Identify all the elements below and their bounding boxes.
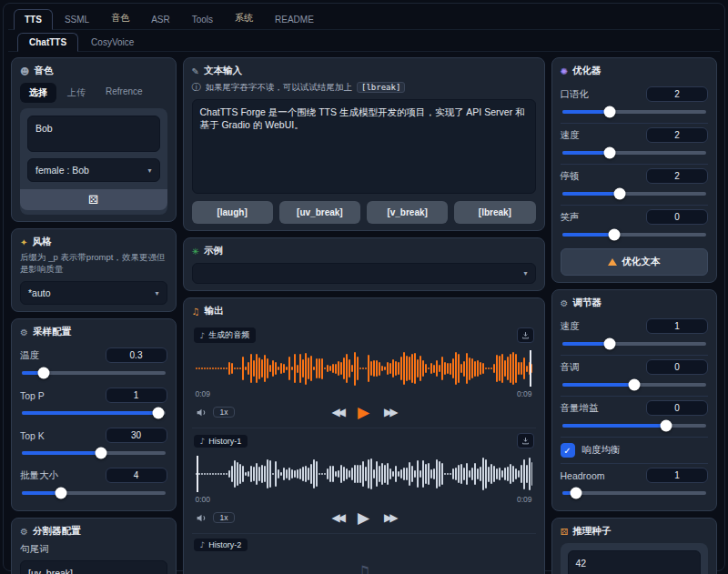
slider-volume-gain: 音量增益0 (561, 396, 709, 437)
optimizer-title: 优化器 (572, 65, 602, 77)
slider-value[interactable]: 2 (646, 86, 708, 102)
voice-dropdown-value: female : Bob (35, 165, 89, 176)
slider-thumb[interactable] (613, 188, 625, 200)
slider-track[interactable] (22, 491, 166, 495)
slider-value[interactable]: 1 (106, 388, 167, 403)
download-icon[interactable] (517, 433, 534, 448)
download-icon[interactable] (517, 327, 534, 343)
rewind-icon[interactable]: ◀◀ (331, 511, 342, 524)
tuner-panel: ⚙调节器 速度1 音调0 音量增益0 ✓ 响度均衡 (551, 289, 718, 511)
play-icon[interactable]: ▶ (358, 510, 369, 526)
slider-thumb[interactable] (660, 420, 672, 432)
forward-icon[interactable]: ▶▶ (384, 406, 395, 418)
rewind-icon[interactable]: ◀◀ (331, 406, 342, 418)
slider-thumb[interactable] (603, 106, 615, 118)
slider-pause: 停顿2 (561, 164, 709, 205)
examples-dropdown[interactable]: ▾ (192, 263, 536, 284)
slider-track[interactable] (562, 424, 707, 428)
slider-thumb[interactable] (603, 147, 615, 159)
slider-track[interactable] (562, 233, 707, 237)
voice-random-button[interactable]: ⚄ (20, 189, 167, 210)
playhead-cursor[interactable] (197, 456, 198, 492)
waveform-generated[interactable] (196, 348, 532, 388)
gear-icon: ⚙ (20, 527, 28, 537)
gear-icon: ⚙ (20, 327, 28, 337)
slider-value[interactable]: 0 (646, 359, 708, 375)
slider-value[interactable]: 0 (646, 400, 708, 416)
slider-thumb[interactable] (37, 368, 49, 379)
slider-colloquial: 口语化2 (561, 83, 709, 123)
tab-cosyvoice[interactable]: CosyVoice (80, 34, 145, 51)
slider-thumb[interactable] (628, 379, 640, 391)
slider-value[interactable]: 2 (646, 127, 708, 143)
insert-uv-break-button[interactable]: [uv_break] (279, 201, 360, 224)
examples-panel: ✳示例 ▾ (183, 237, 545, 291)
pencil-icon: ✎ (192, 66, 199, 76)
tab-voice[interactable]: 音色 (101, 7, 139, 29)
voice-tab-select[interactable]: 选择 (20, 83, 56, 103)
slider-thumb[interactable] (152, 408, 164, 419)
slider-track[interactable] (562, 110, 707, 114)
tab-system[interactable]: 系统 (225, 7, 263, 29)
tab-ssml[interactable]: SSML (55, 10, 99, 29)
left-column: ☻音色 选择 上传 Refrence Bob female : Bob ▾ ⚄ … (11, 57, 177, 574)
voice-tab-refrence[interactable]: Refrence (96, 83, 152, 103)
slider-value[interactable]: 30 (106, 428, 167, 443)
playback-speed-button[interactable]: 1x (213, 407, 236, 418)
slider-thumb[interactable] (603, 338, 615, 350)
slider-value[interactable]: 2 (646, 168, 708, 184)
tab-tools[interactable]: Tools (182, 10, 223, 29)
volume-icon[interactable] (196, 512, 207, 524)
insert-lbreak-button[interactable]: [lbreak] (454, 201, 535, 224)
tab-tts[interactable]: TTS (14, 9, 53, 30)
waveform-history-1[interactable] (196, 454, 532, 494)
slider-value[interactable]: 1 (646, 468, 708, 483)
slider-track[interactable] (562, 491, 707, 495)
loudness-checkbox-row: ✓ 响度均衡 (561, 437, 709, 463)
audio-label-chip: ♪History-2 (194, 539, 248, 551)
voice-dropdown[interactable]: female : Bob ▾ (27, 158, 160, 182)
slider-track[interactable] (562, 342, 707, 346)
playhead-cursor[interactable] (530, 350, 531, 387)
voice-name-input[interactable]: Bob (27, 116, 160, 152)
voice-tab-upload[interactable]: 上传 (58, 83, 95, 103)
slider-track[interactable] (562, 151, 707, 155)
forward-icon[interactable]: ▶▶ (384, 511, 395, 524)
tts-text-input[interactable]: ChatTTS Forge 是一个围绕 TTS 生成模型开发的项目，实现了 AP… (192, 99, 536, 194)
note-icon: ♪ (200, 540, 206, 549)
top-tab-bar: TTS SSML 音色 ASR Tools 系统 README (8, 5, 720, 30)
tuner-title: 调节器 (572, 297, 602, 309)
insert-v-break-button[interactable]: [v_break] (367, 201, 448, 224)
eos-input[interactable]: [uv_break] (20, 560, 167, 574)
slider-value[interactable]: 4 (106, 468, 167, 483)
slider-track[interactable] (562, 383, 707, 387)
audio-label-chip: ♪生成的音频 (194, 327, 257, 343)
tab-asr[interactable]: ASR (141, 10, 180, 29)
tab-readme[interactable]: README (265, 10, 324, 29)
slider-track[interactable] (22, 451, 166, 455)
slider-track[interactable] (562, 192, 707, 196)
duration: 0:09 (517, 389, 532, 398)
play-icon[interactable]: ▶ (358, 405, 369, 420)
slider-value[interactable]: 0 (646, 209, 708, 225)
slider-value[interactable]: 0.3 (106, 347, 167, 363)
slider-track[interactable] (22, 411, 166, 415)
seedling-icon: ✳ (192, 247, 199, 257)
playback-speed-button[interactable]: 1x (213, 512, 236, 523)
optimize-text-button[interactable]: 优化文本 (561, 248, 709, 276)
tab-chattts[interactable]: ChatTTS (17, 33, 78, 52)
slider-value[interactable]: 1 (646, 318, 708, 334)
slider-track[interactable] (22, 371, 166, 375)
slider-thumb[interactable] (571, 488, 582, 499)
slider-top-p: Top P1 (20, 384, 167, 424)
slider-thumb[interactable] (608, 229, 620, 241)
style-dropdown[interactable]: *auto ▾ (20, 281, 167, 305)
loudness-checkbox[interactable]: ✓ (561, 443, 575, 458)
seed-input[interactable]: 42 (568, 550, 702, 574)
insert-laugh-button[interactable]: [laugh] (192, 201, 273, 224)
style-dropdown-value: *auto (28, 287, 51, 298)
slider-thumb[interactable] (55, 488, 66, 499)
note-icon: ♪ (200, 437, 206, 446)
volume-icon[interactable] (196, 407, 207, 418)
slider-thumb[interactable] (95, 448, 106, 459)
